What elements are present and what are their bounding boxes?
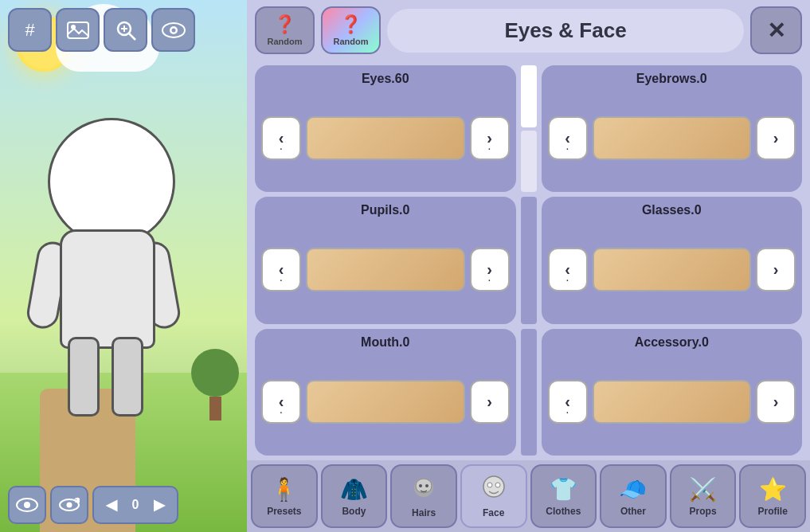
- divider-bottom: [521, 131, 537, 193]
- svg-point-18: [487, 483, 492, 487]
- eyebrows-controls: ‹· ›: [548, 91, 796, 186]
- eye-refresh-button[interactable]: [50, 486, 88, 524]
- glasses-prev-btn[interactable]: ‹·: [548, 248, 588, 291]
- prev-button[interactable]: ◀: [97, 486, 126, 524]
- mouth-prev-btn[interactable]: ‹·: [261, 380, 301, 424]
- eyebrows-preview: [593, 116, 752, 160]
- bottom-navigation: 🧍 Presets 🧥 Body Hairs: [247, 460, 810, 532]
- tab-hairs[interactable]: Hairs: [390, 464, 457, 528]
- tab-props[interactable]: ⚔️ Props: [670, 464, 737, 528]
- random-button-2[interactable]: ❓ Random: [321, 6, 381, 54]
- counter-control: ◀ 0 ▶: [92, 486, 178, 524]
- mouth-preview: [306, 380, 465, 424]
- glasses-controls: ‹· ›: [548, 222, 796, 317]
- face-label: Face: [483, 507, 504, 518]
- divider-top: [521, 65, 537, 127]
- random-button-1[interactable]: ❓ Random: [255, 6, 315, 54]
- svg-line-3: [129, 33, 135, 40]
- features-grid: Eyes.60 ‹· ›· Eyebrows.0 ‹·: [247, 61, 810, 460]
- divider-mid: [521, 197, 537, 323]
- pupils-title: Pupils.0: [261, 203, 510, 217]
- accessory-prev-btn[interactable]: ‹·: [548, 380, 588, 424]
- eyes-controls: ‹· ›·: [261, 91, 510, 186]
- glasses-title: Glasses.0: [548, 203, 796, 217]
- char-leg-right: [112, 337, 143, 417]
- eye-view-button[interactable]: [151, 8, 195, 52]
- image-button[interactable]: [56, 8, 100, 52]
- pupils-preview: [306, 248, 465, 291]
- character: [16, 118, 191, 452]
- svg-point-10: [24, 502, 30, 508]
- pupils-next-btn[interactable]: ›·: [470, 248, 510, 291]
- presets-label: Presets: [267, 506, 301, 517]
- eyebrows-prev-btn[interactable]: ‹·: [548, 116, 588, 160]
- pupils-panel: Pupils.0 ‹· ›·: [255, 197, 516, 323]
- mouth-panel: Mouth.0 ‹· ›: [255, 329, 516, 456]
- body-icon: 🧥: [340, 476, 368, 503]
- mouth-title: Mouth.0: [261, 335, 510, 350]
- divider-bot: [521, 329, 537, 456]
- eyebrows-panel: Eyebrows.0 ‹· ›: [542, 65, 803, 192]
- glasses-next-btn[interactable]: ›: [756, 248, 796, 291]
- char-head: [48, 118, 175, 245]
- eyes-next-btn[interactable]: ›·: [470, 116, 510, 160]
- zoom-button[interactable]: [104, 8, 147, 52]
- top-toolbar: #: [8, 8, 195, 52]
- mouth-next-btn[interactable]: ›: [470, 380, 510, 424]
- clothes-label: Clothes: [546, 506, 581, 517]
- other-label: Other: [620, 506, 646, 517]
- eyes-title: Eyes.60: [261, 72, 510, 86]
- next-button[interactable]: ▶: [145, 486, 174, 524]
- eyebrows-title: Eyebrows.0: [548, 72, 796, 86]
- body-label: Body: [342, 506, 366, 517]
- hash-button[interactable]: #: [8, 8, 52, 52]
- eyes-prev-btn[interactable]: ‹·: [261, 116, 301, 160]
- glasses-panel: Glasses.0 ‹· ›: [542, 197, 803, 323]
- mouth-controls: ‹· ›: [261, 354, 510, 449]
- pupils-controls: ‹· ›·: [261, 222, 510, 317]
- divider-col-3: [521, 329, 537, 456]
- hairs-icon: [411, 475, 436, 504]
- hairs-label: Hairs: [412, 507, 436, 518]
- pupils-prev-btn[interactable]: ‹·: [261, 248, 301, 291]
- random-label-1: Random: [268, 37, 303, 46]
- svg-point-16: [425, 484, 428, 487]
- eyes-panel: Eyes.60 ‹· ›·: [255, 65, 516, 192]
- panel-title: Eyes & Face: [387, 9, 744, 53]
- tab-face[interactable]: Face: [460, 464, 527, 528]
- random-label-2: Random: [334, 37, 369, 46]
- question-icon-2: ❓: [340, 14, 362, 35]
- props-label: Props: [690, 506, 717, 517]
- clothes-icon: 👕: [550, 476, 577, 503]
- divider-col-1: [521, 65, 537, 192]
- close-button[interactable]: ✕: [750, 6, 802, 54]
- svg-point-15: [419, 484, 422, 487]
- accessory-panel: Accessory.0 ‹· ›: [542, 329, 803, 456]
- tab-profile[interactable]: ⭐ Profile: [739, 464, 806, 528]
- tab-body[interactable]: 🧥 Body: [321, 464, 388, 528]
- props-icon: ⚔️: [689, 476, 717, 503]
- char-body: [60, 229, 155, 349]
- profile-icon: ⭐: [759, 476, 787, 503]
- left-bottom-bar: ◀ 0 ▶: [8, 486, 178, 524]
- tab-other[interactable]: 🧢 Other: [600, 464, 667, 528]
- counter-value: 0: [127, 498, 143, 512]
- tab-clothes[interactable]: 👕 Clothes: [530, 464, 597, 528]
- other-icon: 🧢: [619, 476, 647, 503]
- svg-point-19: [495, 483, 500, 487]
- accessory-title: Accessory.0: [548, 335, 796, 350]
- eyebrows-next-btn[interactable]: ›: [756, 116, 796, 160]
- tree: [199, 349, 231, 413]
- char-leg-left: [68, 337, 100, 417]
- face-icon: [481, 475, 507, 504]
- panel-header: ❓ Random ❓ Random Eyes & Face ✕: [247, 0, 810, 61]
- accessory-next-btn[interactable]: ›: [756, 380, 796, 424]
- tab-presets[interactable]: 🧍 Presets: [251, 464, 318, 528]
- eye-toggle-button[interactable]: [8, 486, 46, 524]
- svg-point-12: [67, 503, 72, 508]
- presets-icon: 🧍: [270, 476, 298, 503]
- accessory-preview: [593, 380, 752, 424]
- question-icon-1: ❓: [274, 14, 295, 35]
- svg-rect-0: [68, 22, 88, 38]
- eyes-preview: [306, 116, 465, 160]
